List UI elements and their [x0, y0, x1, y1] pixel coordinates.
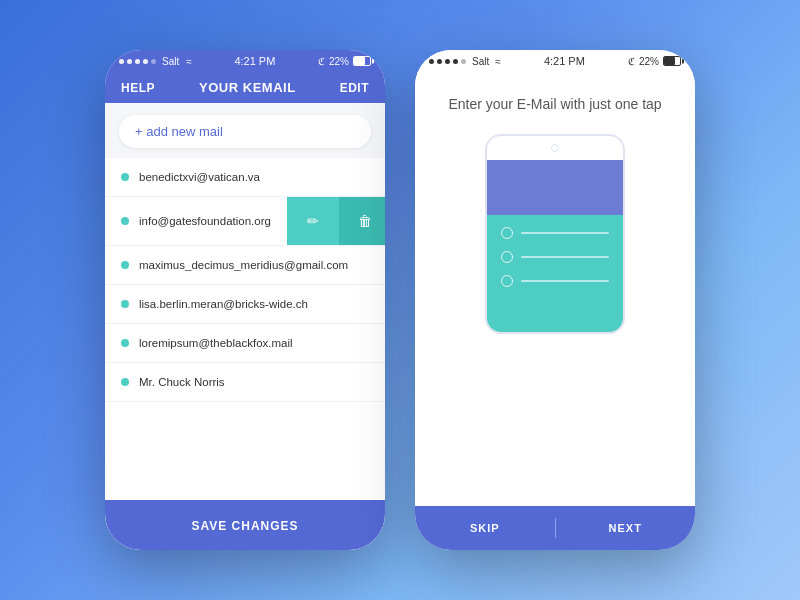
- inner-line-3: [521, 280, 609, 282]
- next-label: NEXT: [609, 522, 642, 534]
- email-item-3[interactable]: maximus_decimus_meridius@gmail.com: [105, 246, 385, 285]
- r-time: 4:21 PM: [544, 55, 585, 67]
- email-dot-6: [121, 378, 129, 386]
- left-phone: Salt ≈ 4:21 PM ℭ 22% HELP YOUR KEMAIL ED…: [105, 50, 385, 550]
- add-mail-button[interactable]: + add new mail: [119, 115, 371, 148]
- inner-phone-body: [487, 215, 623, 334]
- battery-icon: [353, 56, 371, 66]
- email-content-2: info@gatesfoundation.org: [105, 202, 287, 240]
- inner-circle-3: [501, 275, 513, 287]
- email-item-6[interactable]: Mr. Chuck Norris: [105, 363, 385, 402]
- email-text-2: info@gatesfoundation.org: [139, 215, 271, 227]
- battery-percent: 22%: [329, 56, 349, 67]
- email-text-5: loremipsum@theblackfox.mail: [139, 337, 369, 349]
- delete-action-button[interactable]: 🗑: [339, 197, 385, 245]
- r-wifi-icon: ≈: [495, 56, 501, 67]
- carrier-label: Salt: [162, 56, 179, 67]
- next-button[interactable]: NEXT: [556, 506, 696, 550]
- edit-action-button[interactable]: ✏: [287, 197, 339, 245]
- battery-area: ℭ 22%: [318, 56, 371, 67]
- wifi-icon: ≈: [186, 56, 192, 67]
- edit-button[interactable]: EDIT: [340, 81, 369, 95]
- inner-phone-header: [487, 160, 623, 215]
- inner-circle-1: [501, 227, 513, 239]
- save-bar[interactable]: SAVE CHANGES: [105, 500, 385, 550]
- right-footer: SKIP NEXT: [415, 506, 695, 550]
- email-dot-1: [121, 173, 129, 181]
- inner-circle-2: [501, 251, 513, 263]
- r-battery-area: ℭ 22%: [628, 56, 681, 67]
- r-carrier: Salt: [472, 56, 489, 67]
- signal-dot-5: [151, 59, 156, 64]
- nav-bar: HELP YOUR KEMAIL EDIT: [105, 72, 385, 103]
- signal-dot-1: [119, 59, 124, 64]
- email-dot-3: [121, 261, 129, 269]
- r-battery-icon: [663, 56, 681, 66]
- r-signal-2: [437, 59, 442, 64]
- r-signal-4: [453, 59, 458, 64]
- inner-line-2: [521, 256, 609, 258]
- inner-list-item-3: [501, 275, 609, 287]
- r-battery-tip: [682, 59, 684, 64]
- signal-dot-3: [135, 59, 140, 64]
- r-signal-3: [445, 59, 450, 64]
- r-battery-fill: [664, 57, 675, 65]
- skip-label: SKIP: [470, 522, 500, 534]
- pencil-icon: ✏: [307, 213, 319, 229]
- r-signal-5: [461, 59, 466, 64]
- inner-list-item-1: [501, 227, 609, 239]
- nav-title: YOUR KEMAIL: [199, 80, 296, 95]
- inner-list-item-2: [501, 251, 609, 263]
- signal-dot-4: [143, 59, 148, 64]
- email-text-6: Mr. Chuck Norris: [139, 376, 369, 388]
- r-bluetooth-icon: ℭ: [628, 56, 635, 67]
- bluetooth-icon: ℭ: [318, 56, 325, 67]
- email-item-4[interactable]: lisa.berlin.meran@bricks-wide.ch: [105, 285, 385, 324]
- swipe-actions-2: ✏ 🗑: [287, 197, 385, 245]
- left-body: + add new mail benedictxvi@vatican.va in…: [105, 103, 385, 550]
- save-changes-button[interactable]: SAVE CHANGES: [191, 519, 298, 533]
- signal-dot-2: [127, 59, 132, 64]
- right-signal: Salt ≈: [429, 56, 501, 67]
- email-item-1[interactable]: benedictxvi@vatican.va: [105, 158, 385, 197]
- r-battery-percent: 22%: [639, 56, 659, 67]
- inner-line-1: [521, 232, 609, 234]
- inner-phone-illustration: [485, 134, 625, 334]
- right-headline: Enter your E-Mail with just one tap: [448, 96, 661, 112]
- skip-button[interactable]: SKIP: [415, 506, 555, 550]
- email-item-5[interactable]: loremipsum@theblackfox.mail: [105, 324, 385, 363]
- email-text-3: maximus_decimus_meridius@gmail.com: [139, 259, 369, 271]
- email-list: benedictxvi@vatican.va info@gatesfoundat…: [105, 158, 385, 500]
- right-body: Enter your E-Mail with just one tap: [415, 72, 695, 506]
- help-button[interactable]: HELP: [121, 81, 155, 95]
- right-status-bar: Salt ≈ 4:21 PM ℭ 22%: [415, 50, 695, 72]
- time-label: 4:21 PM: [234, 55, 275, 67]
- left-status-bar: Salt ≈ 4:21 PM ℭ 22%: [105, 50, 385, 72]
- inner-phone-notch: [551, 144, 559, 152]
- right-phone: Salt ≈ 4:21 PM ℭ 22% Enter your E-Mail w…: [415, 50, 695, 550]
- left-status-left: Salt ≈: [119, 56, 192, 67]
- email-dot-4: [121, 300, 129, 308]
- email-text-4: lisa.berlin.meran@bricks-wide.ch: [139, 298, 369, 310]
- email-item-2[interactable]: info@gatesfoundation.org ✏ 🗑: [105, 197, 385, 246]
- add-mail-container: + add new mail: [105, 103, 385, 158]
- battery-fill: [354, 57, 365, 65]
- email-text-1: benedictxvi@vatican.va: [139, 171, 369, 183]
- trash-icon: 🗑: [358, 213, 372, 229]
- r-signal-1: [429, 59, 434, 64]
- email-dot-2: [121, 217, 129, 225]
- email-dot-5: [121, 339, 129, 347]
